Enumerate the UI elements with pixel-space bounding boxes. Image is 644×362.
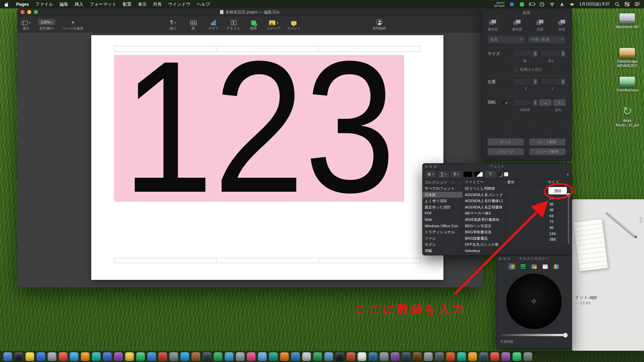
close-icon[interactable] [499, 257, 501, 260]
collection-item[interactable]: Windows Office Con [423, 223, 463, 229]
desktop-icon-macintosh-hd[interactable]: Macintosh HD [612, 13, 643, 29]
zoom-icon[interactable] [507, 257, 510, 260]
position-x-field[interactable] [513, 78, 538, 85]
dock-icon[interactable] [457, 352, 466, 361]
dock-icon[interactable] [380, 352, 388, 361]
width-field[interactable] [513, 50, 538, 57]
dock-icon[interactable] [3, 352, 12, 361]
dock-icon[interactable] [114, 352, 123, 361]
color-wheel[interactable] [506, 274, 562, 329]
more-options-icon[interactable] [567, 172, 569, 177]
dock-icon[interactable] [435, 352, 444, 361]
dock-icon[interactable] [291, 352, 300, 361]
status-app-icon[interactable] [509, 1, 515, 7]
layer-order-button[interactable]: 前面 [558, 19, 566, 32]
dock-icon[interactable] [147, 352, 156, 361]
collection-item[interactable]: PDF [423, 210, 463, 217]
clock-icon[interactable] [539, 1, 545, 7]
close-icon[interactable] [425, 165, 428, 168]
dock-icon[interactable] [214, 352, 222, 361]
underline-dropdown[interactable] [438, 171, 449, 178]
dock-icon[interactable] [269, 352, 278, 361]
width-stepper[interactable] [533, 51, 537, 57]
family-item[interactable]: ARマーカー体E [463, 210, 505, 217]
group-button[interactable]: グループ [488, 148, 524, 155]
text-color-well[interactable] [464, 172, 472, 177]
background-finder-window[interactable]: イット.app ン - 5.6 MB … jpdf [572, 199, 644, 351]
dock-icon[interactable] [479, 352, 488, 361]
collection-item[interactable]: すべてのフォント [423, 185, 463, 192]
font-actions-gear-button[interactable] [425, 171, 436, 178]
color-wheel-tab[interactable] [508, 263, 516, 270]
color-crosshair[interactable] [532, 299, 536, 303]
close-button[interactable] [20, 10, 24, 14]
dock-icon[interactable] [446, 352, 455, 361]
ungroup-button[interactable]: グループ解除 [529, 148, 566, 155]
dock-icon[interactable] [501, 352, 510, 361]
minimize-button[interactable] [27, 10, 31, 14]
desktop-icon-timemachine[interactable]: TimeMachine [612, 77, 643, 93]
unlock-button[interactable]: ロック解除 [529, 138, 566, 145]
add-collection-icon[interactable] [449, 180, 456, 185]
dock-icon[interactable] [335, 352, 344, 361]
status-green-app-icon[interactable] [519, 1, 525, 7]
dock-icon[interactable] [413, 352, 422, 361]
zoom-icon[interactable] [434, 165, 436, 168]
volume-icon[interactable] [569, 1, 575, 7]
dock-icon[interactable] [192, 352, 200, 361]
table-cell[interactable] [216, 258, 318, 263]
size-slider-track[interactable] [568, 194, 569, 244]
desktop-icon-datastorage[interactable]: DataStorageWD40EZRZ [612, 48, 643, 68]
collection-item[interactable]: Web [423, 217, 463, 223]
table-cell[interactable] [216, 46, 318, 52]
dock-icon[interactable] [136, 352, 145, 361]
menu-item[interactable]: 編集 [60, 1, 68, 7]
spotlight-search-icon[interactable] [614, 1, 620, 7]
family-item[interactable]: BRG隷書麗流 [463, 235, 505, 242]
fullscreen-button[interactable] [34, 10, 38, 14]
layer-order-button[interactable]: 最背面 [488, 19, 498, 32]
media-button[interactable]: メディア [265, 18, 282, 31]
dock-icon[interactable] [103, 352, 112, 361]
dock-icon[interactable] [346, 352, 355, 361]
menu-item[interactable]: 挿入 [75, 1, 84, 7]
opacity-slider-knob[interactable] [563, 333, 568, 338]
strikethrough-dropdown[interactable] [451, 171, 462, 178]
dock-icon[interactable] [468, 352, 477, 361]
collection-item[interactable]: モダン [423, 241, 463, 248]
minimize-icon[interactable] [429, 165, 432, 168]
control-center-icon[interactable] [624, 1, 630, 7]
dock-icon[interactable] [125, 352, 134, 361]
family-item[interactable]: AR祥南真筆行書体M [463, 217, 505, 223]
table-cell[interactable] [114, 46, 216, 52]
insert-button[interactable]: 挿入 [165, 18, 181, 31]
lock-button[interactable]: ロック [488, 138, 524, 145]
menu-item[interactable]: フォーマット [90, 1, 117, 7]
layer-order-button[interactable]: 最前面 [512, 19, 522, 32]
dock-icon[interactable] [37, 352, 45, 361]
menubar-clock[interactable]: 1月15日(金) 9:37 [579, 1, 610, 7]
dock-icon[interactable] [180, 352, 189, 361]
dock-icon[interactable] [358, 352, 366, 361]
family-item[interactable]: AGENDA人名正楷書体 [463, 204, 505, 210]
text-shadow-button[interactable] [498, 172, 502, 176]
dock-icon[interactable] [14, 352, 23, 361]
collection-item[interactable]: よく使う項目 [423, 198, 463, 204]
font-size-input[interactable]: 350 [548, 187, 567, 194]
notification-list-icon[interactable] [634, 1, 640, 7]
angle-stepper[interactable] [533, 100, 537, 106]
table-row[interactable] [114, 258, 421, 263]
constrain-proportions-checkbox[interactable]: 縦横比を固定 [482, 67, 572, 75]
dock-icon[interactable] [236, 352, 245, 361]
table-row[interactable] [114, 46, 421, 52]
zoom-value-button[interactable]: 125% [38, 19, 56, 25]
dock-icon[interactable] [490, 352, 499, 361]
collection-item[interactable]: 日本語 [423, 192, 463, 198]
wifi-icon[interactable] [549, 1, 555, 7]
dock-icon[interactable] [158, 352, 167, 361]
collection-item[interactable]: 等幅 [423, 248, 463, 254]
shape-button[interactable]: 図形 [245, 18, 262, 31]
battery-icon[interactable] [529, 1, 535, 7]
dock-icon[interactable] [225, 352, 233, 361]
position-y-field[interactable] [540, 78, 566, 85]
